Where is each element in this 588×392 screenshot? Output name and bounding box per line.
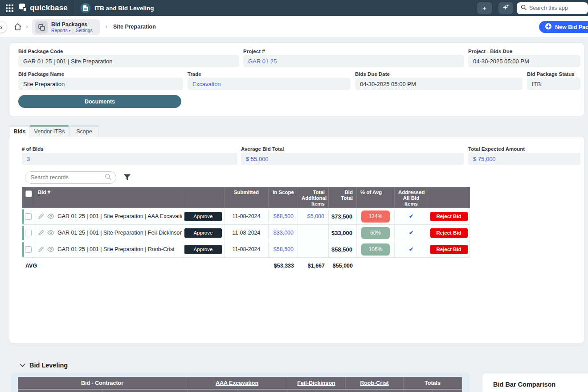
topbar-actions: + — [477, 0, 588, 16]
breadcrumb-table-pill[interactable]: Bid Packages Reports ▸ Settings — [32, 19, 100, 35]
sidebar-expand-button[interactable]: › — [0, 21, 7, 33]
leveling-column-bid-contractor: Bid - Contractor — [18, 377, 187, 389]
view-eye-icon[interactable] — [47, 214, 54, 219]
leveling-column-roob-crist[interactable]: Roob-Crist — [346, 377, 404, 389]
bid-leveling-title: Bid Leveling — [29, 362, 68, 369]
tab-bids[interactable]: Bids — [10, 125, 29, 136]
edit-pencil-icon[interactable] — [38, 246, 44, 252]
bid-total-amount: $33,000 — [329, 225, 357, 241]
column-header-submitted[interactable]: Submitted — [225, 187, 269, 210]
column-header-total-additional[interactable]: Total Additional Items — [298, 187, 329, 210]
tab-scope[interactable]: Scope — [69, 125, 99, 136]
addressed-check-icon: ✔ — [409, 230, 413, 236]
field-label-bid-package-status: Bid Package Status — [527, 71, 575, 77]
home-button[interactable] — [13, 22, 23, 32]
addressed-check-icon: ✔ — [409, 213, 413, 219]
breadcrumb-separator: › — [105, 22, 107, 30]
reject-bid-button[interactable]: Reject Bid — [430, 245, 468, 254]
table-row: GAR 01 25 | 001 | Site Preparation | Roo… — [22, 241, 470, 258]
row-checkbox[interactable] — [25, 213, 32, 220]
in-scope-amount[interactable]: $68,500 — [269, 208, 298, 224]
ai-assistant-button[interactable] — [498, 2, 513, 14]
quickbase-logo[interactable]: quickbase — [19, 3, 68, 13]
app-switcher-grid-icon[interactable] — [4, 2, 15, 14]
column-header-pct-of-avg[interactable]: % of Avg — [357, 187, 395, 210]
view-eye-icon[interactable] — [47, 230, 54, 235]
in-scope-amount[interactable]: $58,500 — [269, 241, 298, 257]
sparkle-icon — [502, 4, 509, 12]
row-accent-bar — [22, 242, 24, 257]
approve-button[interactable]: Approve — [184, 245, 222, 254]
bid-leveling-collapse-toggle[interactable]: Bid Leveling — [20, 361, 68, 369]
breadcrumb-current-page: Site Preparation — [113, 24, 156, 30]
field-label-bid-package-code: Bid Package Code — [18, 49, 63, 54]
filter-icon[interactable] — [123, 174, 131, 182]
chevron-right-icon: › — [0, 23, 2, 31]
new-bid-package-label: New Bid Package — [555, 24, 588, 30]
column-header-approve — [182, 187, 225, 210]
field-value-trade-link[interactable]: Excavation — [188, 78, 351, 90]
field-label-bid-package-name: Bid Package Name — [18, 71, 64, 77]
app-screen: quickbase ITB and Bid Leveling + › › — [0, 0, 588, 392]
approve-button[interactable]: Approve — [184, 212, 222, 221]
bids-panel: # of Bids 3 Average Bid Total $ 55,000 T… — [9, 136, 584, 343]
breadcrumb-table-name: Bid Packages — [51, 21, 93, 28]
total-additional-amount[interactable] — [298, 241, 329, 257]
row-accent-bar — [22, 226, 24, 240]
breadcrumb-separator: › — [26, 22, 28, 30]
column-header-bid-total[interactable]: Bid Total — [329, 187, 357, 210]
field-value-project-bids-due: 04-30-2025 05:00 PM — [468, 55, 580, 67]
breadcrumb-bar: › › Bid Packages Reports ▸ Settings › Si… — [0, 16, 588, 38]
total-additional-amount[interactable] — [298, 225, 329, 241]
view-eye-icon[interactable] — [47, 247, 54, 252]
topbar-divider — [74, 0, 74, 16]
stat-value-average-bid-total: $ 55,000 — [241, 153, 464, 165]
reports-link[interactable]: Reports — [51, 28, 68, 33]
table-pill-links: Reports ▸ Settings — [51, 28, 93, 33]
current-app[interactable]: ITB and Bid Leveling — [81, 3, 154, 13]
bid-record-name: GAR 01 25 | 001 | Site Preparation | AAA… — [57, 213, 182, 219]
approve-button[interactable]: Approve — [184, 228, 222, 238]
field-value-bid-package-status: ITB — [527, 78, 580, 90]
tab-vendor-itbs[interactable]: Vendor ITBs — [30, 125, 69, 136]
bid-total-amount: $58,500 — [329, 241, 357, 257]
quickbase-logo-icon — [19, 3, 27, 13]
column-header-in-scope[interactable]: In Scope — [269, 187, 298, 210]
brand-name: quickbase — [30, 4, 68, 12]
edit-pencil-icon[interactable] — [38, 230, 44, 236]
addressed-check-icon: ✔ — [409, 246, 413, 252]
field-value-project-link[interactable]: GAR 01 25 — [243, 55, 464, 67]
column-header-addressed[interactable]: Addressed All Bid Items — [395, 187, 428, 210]
reject-bid-button[interactable]: Reject Bid — [430, 212, 468, 221]
field-label-trade: Trade — [188, 71, 201, 77]
row-accent-bar — [22, 209, 24, 224]
stat-value-total-expected: $ 75,000 — [468, 153, 580, 165]
settings-link[interactable]: Settings — [73, 28, 93, 33]
new-bid-package-button[interactable]: New Bid Package — [539, 21, 588, 33]
global-search-input[interactable] — [529, 5, 583, 11]
leveling-column-aaa-excavation[interactable]: AAA Excavation — [187, 377, 287, 389]
documents-button[interactable]: Documents — [18, 95, 181, 108]
row-checkbox[interactable] — [25, 230, 32, 236]
in-scope-amount[interactable]: $33,000 — [269, 225, 298, 241]
field-label-bids-due-date: Bids Due Date — [355, 71, 390, 77]
bid-package-form-card: Bid Package Code GAR 01 25 | 001 | Site … — [9, 42, 584, 117]
record-search-input[interactable] — [31, 174, 105, 181]
field-label-project-bids-due: Project - Bids Due — [468, 49, 512, 54]
column-header-bid[interactable]: Bid # — [34, 187, 182, 210]
edit-pencil-icon[interactable] — [38, 213, 44, 219]
chevron-down-icon — [20, 361, 25, 369]
row-checkbox[interactable] — [25, 246, 32, 253]
total-additional-amount[interactable]: $5,000 — [298, 208, 329, 224]
search-icon — [521, 4, 527, 12]
app-name: ITB and Bid Leveling — [94, 5, 154, 12]
select-all-checkbox[interactable] — [25, 190, 32, 197]
stat-label-average-bid-total: Average Bid Total — [241, 146, 284, 152]
add-button[interactable]: + — [477, 2, 492, 14]
record-search — [25, 171, 116, 184]
avg-in-scope: $53,333 — [269, 258, 298, 274]
column-header-reject — [428, 187, 470, 210]
leveling-column-feil-dickinson[interactable]: Feil-Dickinson — [287, 377, 346, 389]
reject-bid-button[interactable]: Reject Bid — [430, 228, 468, 238]
search-icon — [105, 173, 111, 182]
